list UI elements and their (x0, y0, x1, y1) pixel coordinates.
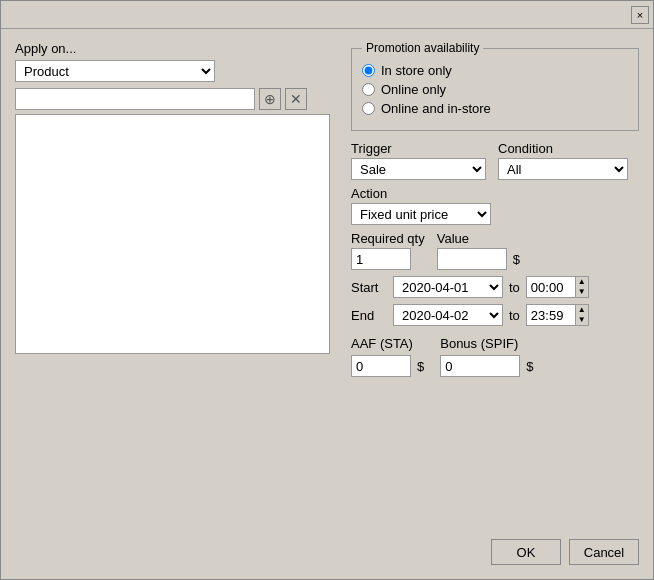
value-currency: $ (513, 252, 520, 267)
aaf-currency: $ (417, 359, 424, 374)
aaf-col: AAF (STA) $ (351, 336, 424, 377)
list-box[interactable] (15, 114, 330, 354)
end-to-label: to (509, 308, 520, 323)
qty-value-row: Required qty Value $ (351, 231, 639, 270)
bonus-input[interactable] (440, 355, 520, 377)
close-button[interactable]: × (631, 6, 649, 24)
start-to-label: to (509, 280, 520, 295)
required-qty-label: Required qty (351, 231, 425, 246)
dialog: × Apply on... Product Category Order ⊕ ✕ (0, 0, 654, 580)
end-date-select[interactable]: 2020-04-02 (393, 304, 503, 326)
product-dropdown[interactable]: Product Category Order (15, 60, 215, 82)
aaf-input-row: $ (351, 355, 424, 377)
radio-in-store-input[interactable] (362, 64, 375, 77)
condition-select[interactable]: All Any (498, 158, 628, 180)
value-input[interactable] (437, 248, 507, 270)
bonus-currency: $ (526, 359, 533, 374)
cancel-button[interactable]: Cancel (569, 539, 639, 565)
right-panel: Promotion availability In store only Onl… (351, 41, 639, 377)
bonus-input-row: $ (440, 355, 533, 377)
promo-legend: Promotion availability (362, 41, 483, 55)
ok-button[interactable]: OK (491, 539, 561, 565)
bonus-label: Bonus (SPIF) (440, 336, 533, 351)
start-time-spinner: ▲ ▼ (526, 276, 589, 298)
value-label: Value (437, 231, 520, 246)
promo-availability-group: Promotion availability In store only Onl… (351, 41, 639, 131)
radio-online-label[interactable]: Online only (381, 82, 446, 97)
condition-label: Condition (498, 141, 628, 156)
start-row: Start 2020-04-01 to ▲ ▼ (351, 276, 639, 298)
radio-in-store-label[interactable]: In store only (381, 63, 452, 78)
aaf-label: AAF (STA) (351, 336, 424, 351)
radio-both-input[interactable] (362, 102, 375, 115)
start-date-select[interactable]: 2020-04-01 (393, 276, 503, 298)
apply-on-label: Apply on... (15, 41, 335, 56)
end-time-arrows: ▲ ▼ (576, 304, 589, 326)
end-label: End (351, 308, 387, 323)
remove-button[interactable]: ✕ (285, 88, 307, 110)
title-bar: × (1, 1, 653, 29)
value-col: Value $ (437, 231, 520, 270)
trigger-select[interactable]: Sale Purchase (351, 158, 486, 180)
product-select-row: Product Category Order (15, 60, 335, 82)
action-section: Action Fixed unit price Percent discount (351, 186, 639, 225)
condition-col: Condition All Any (498, 141, 628, 180)
start-label: Start (351, 280, 387, 295)
add-button[interactable]: ⊕ (259, 88, 281, 110)
aaf-bonus-row: AAF (STA) $ Bonus (SPIF) $ (351, 336, 639, 377)
end-time-spinner: ▲ ▼ (526, 304, 589, 326)
required-qty-input[interactable] (351, 248, 411, 270)
start-time-down[interactable]: ▼ (576, 287, 588, 297)
end-time-down[interactable]: ▼ (576, 315, 588, 325)
aaf-input[interactable] (351, 355, 411, 377)
end-time-up[interactable]: ▲ (576, 305, 588, 315)
end-row: End 2020-04-02 to ▲ ▼ (351, 304, 639, 326)
start-time-up[interactable]: ▲ (576, 277, 588, 287)
trigger-col: Trigger Sale Purchase (351, 141, 486, 180)
end-time-input[interactable] (526, 304, 576, 326)
bottom-buttons: OK Cancel (491, 539, 639, 565)
start-time-input[interactable] (526, 276, 576, 298)
radio-online-input[interactable] (362, 83, 375, 96)
trigger-condition-row: Trigger Sale Purchase Condition All Any (351, 141, 639, 180)
radio-in-store: In store only (362, 63, 628, 78)
bonus-col: Bonus (SPIF) $ (440, 336, 533, 377)
fieldset-promo: Promotion availability In store only Onl… (351, 41, 639, 131)
action-label: Action (351, 186, 639, 201)
left-panel: Apply on... Product Category Order ⊕ ✕ (15, 41, 335, 377)
search-row: ⊕ ✕ (15, 88, 335, 110)
trigger-label: Trigger (351, 141, 486, 156)
search-input[interactable] (15, 88, 255, 110)
action-select[interactable]: Fixed unit price Percent discount (351, 203, 491, 225)
radio-online-only: Online only (362, 82, 628, 97)
qty-col: Required qty (351, 231, 425, 270)
start-time-arrows: ▲ ▼ (576, 276, 589, 298)
radio-online-instore: Online and in-store (362, 101, 628, 116)
radio-both-label[interactable]: Online and in-store (381, 101, 491, 116)
